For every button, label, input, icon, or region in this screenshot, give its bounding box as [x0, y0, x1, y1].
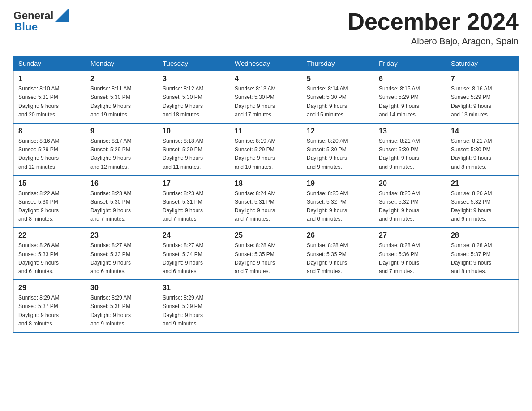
table-row: 7 Sunrise: 8:16 AM Sunset: 5:29 PM Dayli… — [446, 71, 519, 123]
table-row: 4 Sunrise: 8:13 AM Sunset: 5:30 PM Dayli… — [230, 71, 302, 123]
day-number: 14 — [451, 127, 514, 135]
day-number: 29 — [18, 284, 81, 292]
logo-blue-text: Blue — [14, 21, 38, 33]
calendar-week-row: 1 Sunrise: 8:10 AM Sunset: 5:31 PM Dayli… — [14, 71, 519, 123]
table-row: 23 Sunrise: 8:27 AM Sunset: 5:33 PM Dayl… — [86, 227, 158, 280]
table-row: 8 Sunrise: 8:16 AM Sunset: 5:29 PM Dayli… — [14, 123, 86, 176]
table-row: 27 Sunrise: 8:28 AM Sunset: 5:36 PM Dayl… — [374, 227, 446, 280]
day-info: Sunrise: 8:26 AM Sunset: 5:32 PM Dayligh… — [451, 189, 514, 224]
day-info: Sunrise: 8:13 AM Sunset: 5:30 PM Dayligh… — [235, 85, 297, 119]
table-row — [302, 280, 374, 332]
table-row: 26 Sunrise: 8:28 AM Sunset: 5:35 PM Dayl… — [302, 227, 374, 280]
day-info: Sunrise: 8:16 AM Sunset: 5:29 PM Dayligh… — [451, 85, 514, 119]
day-number: 24 — [163, 231, 225, 240]
table-row: 3 Sunrise: 8:12 AM Sunset: 5:30 PM Dayli… — [158, 71, 230, 123]
day-number: 23 — [90, 231, 153, 240]
day-number: 6 — [379, 75, 442, 83]
day-info: Sunrise: 8:26 AM Sunset: 5:33 PM Dayligh… — [18, 241, 81, 276]
logo-triangle-icon — [55, 8, 69, 22]
calendar-week-row: 22 Sunrise: 8:26 AM Sunset: 5:33 PM Dayl… — [14, 227, 519, 280]
table-row: 1 Sunrise: 8:10 AM Sunset: 5:31 PM Dayli… — [14, 71, 86, 123]
day-info: Sunrise: 8:21 AM Sunset: 5:30 PM Dayligh… — [379, 137, 442, 171]
table-row: 31 Sunrise: 8:29 AM Sunset: 5:39 PM Dayl… — [158, 280, 230, 332]
table-row: 25 Sunrise: 8:28 AM Sunset: 5:35 PM Dayl… — [230, 227, 302, 280]
table-row: 9 Sunrise: 8:17 AM Sunset: 5:29 PM Dayli… — [86, 123, 158, 176]
day-info: Sunrise: 8:24 AM Sunset: 5:31 PM Dayligh… — [235, 189, 297, 224]
day-number: 13 — [379, 127, 442, 135]
logo: General Blue — [13, 9, 69, 33]
day-number: 7 — [451, 75, 514, 83]
table-row: 12 Sunrise: 8:20 AM Sunset: 5:30 PM Dayl… — [302, 123, 374, 176]
day-number: 3 — [163, 75, 225, 83]
table-row: 6 Sunrise: 8:15 AM Sunset: 5:29 PM Dayli… — [374, 71, 446, 123]
col-sunday: Sunday — [14, 56, 86, 71]
page-header: General Blue December 2024 Albero Bajo, … — [13, 9, 519, 47]
day-info: Sunrise: 8:27 AM Sunset: 5:33 PM Dayligh… — [90, 241, 153, 276]
day-info: Sunrise: 8:28 AM Sunset: 5:35 PM Dayligh… — [235, 241, 297, 276]
day-info: Sunrise: 8:23 AM Sunset: 5:31 PM Dayligh… — [163, 189, 225, 224]
table-row — [446, 280, 519, 332]
day-number: 12 — [307, 127, 369, 135]
col-tuesday: Tuesday — [158, 56, 230, 71]
col-saturday: Saturday — [446, 56, 519, 71]
day-info: Sunrise: 8:14 AM Sunset: 5:30 PM Dayligh… — [307, 85, 369, 119]
day-number: 21 — [451, 180, 514, 188]
title-block: December 2024 Albero Bajo, Aragon, Spain — [348, 9, 519, 47]
day-info: Sunrise: 8:23 AM Sunset: 5:30 PM Dayligh… — [90, 189, 153, 224]
day-info: Sunrise: 8:18 AM Sunset: 5:29 PM Dayligh… — [163, 137, 225, 171]
calendar-week-row: 29 Sunrise: 8:29 AM Sunset: 5:37 PM Dayl… — [14, 280, 519, 332]
calendar-table: Sunday Monday Tuesday Wednesday Thursday… — [13, 56, 519, 333]
table-row: 21 Sunrise: 8:26 AM Sunset: 5:32 PM Dayl… — [446, 176, 519, 228]
day-number: 27 — [379, 231, 442, 240]
col-thursday: Thursday — [302, 56, 374, 71]
day-number: 22 — [18, 231, 81, 240]
table-row: 2 Sunrise: 8:11 AM Sunset: 5:30 PM Dayli… — [86, 71, 158, 123]
table-row: 18 Sunrise: 8:24 AM Sunset: 5:31 PM Dayl… — [230, 176, 302, 228]
day-info: Sunrise: 8:19 AM Sunset: 5:29 PM Dayligh… — [235, 137, 297, 171]
day-number: 5 — [307, 75, 369, 83]
table-row: 30 Sunrise: 8:29 AM Sunset: 5:38 PM Dayl… — [86, 280, 158, 332]
logo-general-text: General — [13, 9, 53, 22]
day-number: 30 — [90, 284, 153, 292]
table-row: 14 Sunrise: 8:21 AM Sunset: 5:30 PM Dayl… — [446, 123, 519, 176]
table-row: 20 Sunrise: 8:25 AM Sunset: 5:32 PM Dayl… — [374, 176, 446, 228]
day-number: 17 — [163, 180, 225, 188]
table-row: 28 Sunrise: 8:28 AM Sunset: 5:37 PM Dayl… — [446, 227, 519, 280]
day-number: 4 — [235, 75, 297, 83]
day-info: Sunrise: 8:12 AM Sunset: 5:30 PM Dayligh… — [163, 85, 225, 119]
day-number: 31 — [163, 284, 225, 292]
day-info: Sunrise: 8:29 AM Sunset: 5:39 PM Dayligh… — [163, 294, 225, 328]
day-info: Sunrise: 8:28 AM Sunset: 5:37 PM Dayligh… — [451, 241, 514, 276]
col-friday: Friday — [374, 56, 446, 71]
table-row: 5 Sunrise: 8:14 AM Sunset: 5:30 PM Dayli… — [302, 71, 374, 123]
day-number: 10 — [163, 127, 225, 135]
col-wednesday: Wednesday — [230, 56, 302, 71]
day-info: Sunrise: 8:29 AM Sunset: 5:37 PM Dayligh… — [18, 294, 81, 328]
day-info: Sunrise: 8:11 AM Sunset: 5:30 PM Dayligh… — [90, 85, 153, 119]
table-row: 19 Sunrise: 8:25 AM Sunset: 5:32 PM Dayl… — [302, 176, 374, 228]
table-row: 29 Sunrise: 8:29 AM Sunset: 5:37 PM Dayl… — [14, 280, 86, 332]
table-row — [230, 280, 302, 332]
day-number: 9 — [90, 127, 153, 135]
table-row — [374, 280, 446, 332]
table-row: 13 Sunrise: 8:21 AM Sunset: 5:30 PM Dayl… — [374, 123, 446, 176]
table-row: 11 Sunrise: 8:19 AM Sunset: 5:29 PM Dayl… — [230, 123, 302, 176]
calendar-header-row: Sunday Monday Tuesday Wednesday Thursday… — [14, 56, 519, 71]
day-number: 1 — [18, 75, 81, 83]
day-number: 16 — [90, 180, 153, 188]
day-info: Sunrise: 8:25 AM Sunset: 5:32 PM Dayligh… — [379, 189, 442, 224]
day-number: 20 — [379, 180, 442, 188]
day-info: Sunrise: 8:15 AM Sunset: 5:29 PM Dayligh… — [379, 85, 442, 119]
day-info: Sunrise: 8:22 AM Sunset: 5:30 PM Dayligh… — [18, 189, 81, 224]
day-number: 2 — [90, 75, 153, 83]
day-info: Sunrise: 8:21 AM Sunset: 5:30 PM Dayligh… — [451, 137, 514, 171]
table-row: 15 Sunrise: 8:22 AM Sunset: 5:30 PM Dayl… — [14, 176, 86, 228]
month-title: December 2024 — [348, 9, 519, 34]
table-row: 22 Sunrise: 8:26 AM Sunset: 5:33 PM Dayl… — [14, 227, 86, 280]
day-number: 28 — [451, 231, 514, 240]
day-number: 25 — [235, 231, 297, 240]
day-info: Sunrise: 8:10 AM Sunset: 5:31 PM Dayligh… — [18, 85, 81, 119]
calendar-week-row: 15 Sunrise: 8:22 AM Sunset: 5:30 PM Dayl… — [14, 176, 519, 228]
calendar-week-row: 8 Sunrise: 8:16 AM Sunset: 5:29 PM Dayli… — [14, 123, 519, 176]
day-info: Sunrise: 8:20 AM Sunset: 5:30 PM Dayligh… — [307, 137, 369, 171]
